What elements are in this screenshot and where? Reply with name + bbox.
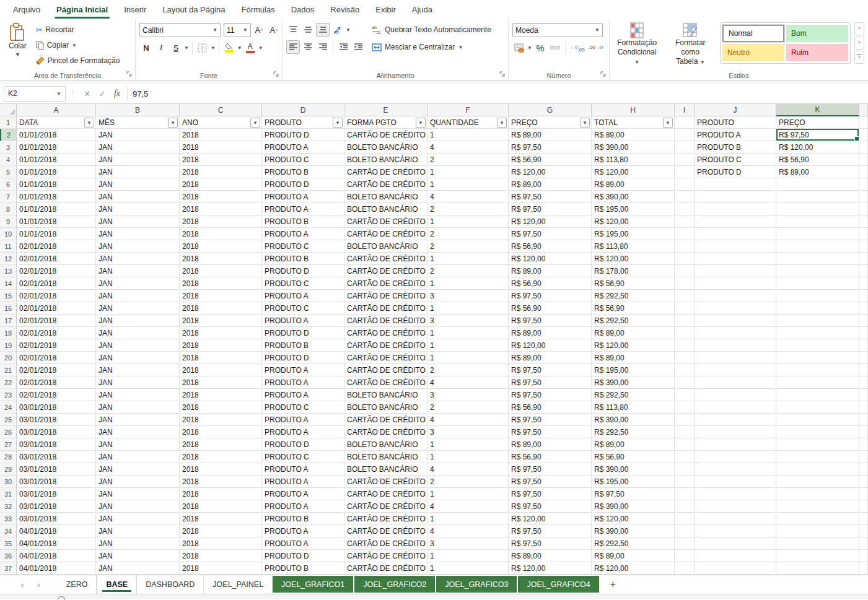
cell-G10[interactable]: R$ 97,50 bbox=[509, 228, 592, 240]
cell-G22[interactable]: R$ 97,50 bbox=[509, 376, 592, 389]
borders-chevron-icon[interactable]: ▼ bbox=[211, 45, 216, 51]
cell-E28[interactable]: BOLETO BANCÁRIO bbox=[344, 451, 427, 463]
cell-K10[interactable] bbox=[776, 228, 859, 240]
cell-D16[interactable]: PRODUTO C bbox=[262, 302, 344, 315]
cell-C27[interactable]: 2018 bbox=[180, 438, 262, 451]
cell-J27[interactable] bbox=[695, 438, 776, 451]
cell-F31[interactable]: 1 bbox=[427, 488, 509, 500]
cell-D37[interactable]: PRODUTO B bbox=[262, 562, 344, 575]
cell-D23[interactable]: PRODUTO A bbox=[262, 389, 344, 401]
cell-E13[interactable]: CARTÃO DE CRÉDITO bbox=[344, 265, 427, 277]
cell-E30[interactable]: CARTÃO DE CRÉDITO bbox=[344, 476, 427, 488]
filter-button-B[interactable]: ▼ bbox=[168, 118, 178, 128]
sheet-tab-base[interactable]: BASE bbox=[97, 575, 137, 594]
cell-J1[interactable]: PRODUTO bbox=[695, 116, 776, 129]
cell-B10[interactable]: JAN bbox=[96, 228, 180, 240]
cell-I25[interactable] bbox=[675, 414, 695, 426]
cell-K16[interactable] bbox=[776, 302, 859, 315]
cell-C7[interactable]: 2018 bbox=[180, 191, 262, 203]
cell-C37[interactable]: 2018 bbox=[180, 562, 262, 575]
cell-F19[interactable]: 1 bbox=[427, 339, 509, 352]
column-header-K[interactable]: K bbox=[776, 104, 859, 116]
cell-A8[interactable]: 01/01/2018 bbox=[17, 203, 96, 215]
cell-K7[interactable] bbox=[776, 191, 859, 203]
cell-J10[interactable] bbox=[695, 228, 776, 240]
cell-C9[interactable]: 2018 bbox=[180, 215, 262, 228]
row-header-18[interactable]: 18 bbox=[0, 327, 17, 339]
cell-K33[interactable] bbox=[776, 513, 859, 525]
cell-E34[interactable]: CARTÃO DE CRÉDITO bbox=[344, 525, 427, 537]
cell-G16[interactable]: R$ 56,90 bbox=[509, 302, 592, 315]
cell-I19[interactable] bbox=[675, 339, 695, 352]
menu-tab-arquivo[interactable]: Arquivo bbox=[5, 1, 48, 19]
new-sheet-button[interactable]: + bbox=[600, 575, 626, 594]
cell-K14[interactable] bbox=[776, 277, 859, 290]
cell-C17[interactable]: 2018 bbox=[180, 315, 262, 327]
select-all-corner[interactable] bbox=[0, 104, 17, 116]
cell-C35[interactable]: 2018 bbox=[180, 537, 262, 550]
cell-C20[interactable]: 2018 bbox=[180, 352, 262, 364]
row-header-26[interactable]: 26 bbox=[0, 426, 17, 438]
align-top-button[interactable] bbox=[286, 23, 300, 37]
cell-I10[interactable] bbox=[675, 228, 695, 240]
cell-J3[interactable]: PRODUTO B bbox=[695, 141, 776, 154]
filter-button-H[interactable]: ▼ bbox=[663, 118, 673, 128]
cell-B19[interactable]: JAN bbox=[96, 339, 180, 352]
cell-F35[interactable]: 3 bbox=[427, 537, 509, 550]
cell-A22[interactable]: 02/01/2018 bbox=[17, 376, 96, 389]
cell-G17[interactable]: R$ 97,50 bbox=[509, 315, 592, 327]
cell-F32[interactable]: 4 bbox=[427, 500, 509, 513]
cell-K8[interactable] bbox=[776, 203, 859, 215]
cell-I17[interactable] bbox=[675, 315, 695, 327]
cell-G19[interactable]: R$ 120,00 bbox=[509, 339, 592, 352]
cell-A6[interactable]: 01/01/2018 bbox=[17, 178, 96, 191]
cell-H33[interactable]: R$ 120,00 bbox=[592, 513, 675, 525]
cell-J6[interactable] bbox=[695, 178, 776, 191]
comma-style-button[interactable]: 000 bbox=[548, 41, 562, 54]
cell-D14[interactable]: PRODUTO C bbox=[262, 277, 344, 290]
cell-B30[interactable]: JAN bbox=[96, 476, 180, 488]
align-center-button[interactable] bbox=[301, 40, 315, 54]
cell-H8[interactable]: R$ 195,00 bbox=[592, 203, 675, 215]
row-header-4[interactable]: 4 bbox=[0, 154, 17, 166]
cell-G11[interactable]: R$ 56,90 bbox=[509, 240, 592, 253]
cell-H10[interactable]: R$ 195,00 bbox=[592, 228, 675, 240]
cell-I6[interactable] bbox=[675, 178, 695, 191]
row-header-29[interactable]: 29 bbox=[0, 463, 17, 476]
cell-E21[interactable]: CARTÃO DE CRÉDITO bbox=[344, 364, 427, 376]
cell-C18[interactable]: 2018 bbox=[180, 327, 262, 339]
row-header-25[interactable]: 25 bbox=[0, 414, 17, 426]
cell-H9[interactable]: R$ 120,00 bbox=[592, 215, 675, 228]
cell-H29[interactable]: R$ 390,00 bbox=[592, 463, 675, 476]
cell-E5[interactable]: CARTÃO DE CRÉDITO bbox=[344, 166, 427, 178]
cancel-entry-icon[interactable]: ✕ bbox=[80, 89, 95, 98]
cell-G2[interactable]: R$ 89,00 bbox=[509, 129, 592, 141]
cell-F33[interactable]: 1 bbox=[427, 513, 509, 525]
row-header-5[interactable]: 5 bbox=[0, 166, 17, 178]
column-header-A[interactable]: A bbox=[17, 104, 96, 116]
cell-style-bom[interactable]: Bom bbox=[786, 25, 848, 42]
row-header-14[interactable]: 14 bbox=[0, 277, 17, 290]
bold-button[interactable]: N bbox=[139, 41, 153, 54]
cell-I15[interactable] bbox=[675, 290, 695, 302]
orientation-button[interactable]: ab bbox=[331, 23, 344, 37]
cell-J13[interactable] bbox=[695, 265, 776, 277]
cell-K1[interactable]: PREÇO bbox=[776, 116, 859, 129]
filter-button-C[interactable]: ▼ bbox=[250, 118, 260, 128]
decrease-indent-button[interactable] bbox=[336, 40, 350, 54]
cell-A26[interactable]: 03/01/2018 bbox=[17, 426, 96, 438]
cell-D8[interactable]: PRODUTO A bbox=[262, 203, 344, 215]
row-header-12[interactable]: 12 bbox=[0, 253, 17, 265]
percent-style-button[interactable]: % bbox=[533, 41, 547, 54]
cell-H23[interactable]: R$ 292,50 bbox=[592, 389, 675, 401]
cell-K20[interactable] bbox=[776, 352, 859, 364]
cell-A23[interactable]: 02/01/2018 bbox=[17, 389, 96, 401]
sheet-tab-joel_painel[interactable]: JOEL_PAINEL bbox=[204, 575, 273, 594]
cell-H19[interactable]: R$ 120,00 bbox=[592, 339, 675, 352]
cell-C8[interactable]: 2018 bbox=[180, 203, 262, 215]
sheet-nav-left-icon[interactable]: ‹ bbox=[21, 580, 24, 589]
cell-H14[interactable]: R$ 56,90 bbox=[592, 277, 675, 290]
gallery-scroll-up-button[interactable]: ˄ bbox=[854, 22, 864, 35]
alignment-dialog-launcher[interactable] bbox=[499, 71, 506, 77]
cell-G27[interactable]: R$ 89,00 bbox=[509, 438, 592, 451]
